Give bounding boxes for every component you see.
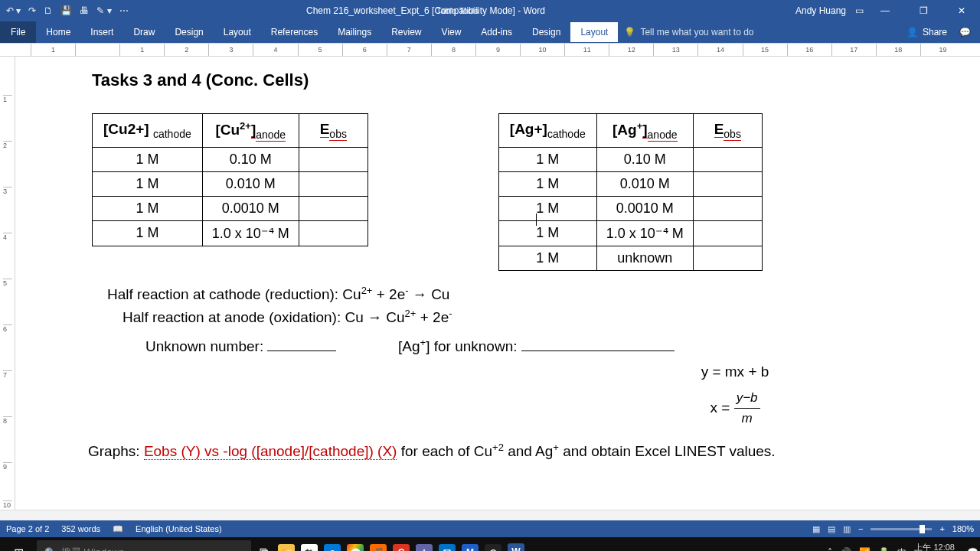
web-layout-icon[interactable]: ▥	[843, 524, 851, 534]
minimize-button[interactable]: —	[868, 0, 902, 21]
tab-addins[interactable]: Add-ins	[471, 22, 522, 42]
document-page[interactable]: Tasks 3 and 4 (Conc. Cells) [Cu2+] catho…	[15, 57, 980, 510]
system-tray: ˄ 🔊 📶 🔋 中 上午 12:082017/5/1 💬	[828, 543, 978, 551]
zoom-out-icon[interactable]: −	[858, 524, 863, 533]
tell-me[interactable]: 💡Tell me what you want to do	[624, 27, 753, 37]
comments-icon[interactable]: 💬	[959, 27, 971, 37]
horizontal-ruler[interactable]: 112 3456 78910 11121314 15161718 19	[0, 43, 980, 57]
tab-mailings[interactable]: Mailings	[328, 22, 381, 42]
restore-button[interactable]: ❐	[906, 0, 940, 21]
zoom-slider[interactable]	[871, 528, 932, 530]
vertical-ruler[interactable]: 12 34 56 78 910	[0, 57, 15, 510]
tab-table-design[interactable]: Design	[522, 22, 570, 42]
app-mail[interactable]: ✉	[436, 537, 458, 551]
app-edge[interactable]: e	[322, 537, 343, 551]
heading: Tasks 3 and 4 (Conc. Cells)	[92, 70, 949, 90]
zoom-in-icon[interactable]: +	[939, 524, 944, 533]
new-icon[interactable]: 🗋	[44, 5, 53, 16]
print-icon[interactable]: 🖶	[80, 5, 89, 16]
status-bar: Page 2 of 2 352 words 📖 English (United …	[0, 520, 980, 537]
app-malwarebytes[interactable]: M	[459, 537, 481, 551]
taskbar: ⊞ 🔍 搜尋 Windows ⧉ 📁 🛍 e ⬤ 🎵 C ✦ ✉ M ◎ W ˄…	[0, 537, 980, 551]
app-store[interactable]: 🛍	[299, 537, 320, 551]
redo-icon[interactable]: ↷	[28, 5, 36, 16]
qat-more-icon[interactable]: ⋯	[119, 5, 129, 16]
tab-layout[interactable]: Layout	[214, 22, 261, 42]
app-word[interactable]: W	[505, 537, 527, 551]
tab-view[interactable]: View	[432, 22, 472, 42]
app-ccleaner[interactable]: C	[390, 537, 412, 551]
spell-check-icon[interactable]: 📖	[113, 524, 123, 534]
bulb-icon: 💡	[624, 27, 635, 37]
share-icon: 👤	[906, 27, 918, 37]
tab-draw[interactable]: Draw	[123, 22, 165, 42]
app-explorer[interactable]: 📁	[276, 537, 297, 551]
document-title: Chem 216_worksheet_Expt_6 [Compatibility…	[306, 5, 545, 16]
print-layout-icon[interactable]: ▤	[828, 524, 835, 534]
zoom-level[interactable]: 180%	[952, 524, 974, 533]
tray-ime-icon[interactable]: 中	[897, 546, 906, 552]
app-music[interactable]: 🎵	[368, 537, 389, 551]
app-obs[interactable]: ◎	[482, 537, 504, 551]
taskbar-clock[interactable]: 上午 12:082017/5/1	[914, 543, 959, 551]
file-tab[interactable]: File	[0, 21, 36, 43]
share-button[interactable]: 👤Share💬	[906, 27, 977, 37]
read-mode-icon[interactable]: ▦	[812, 524, 820, 534]
ag-table[interactable]: [Ag+]cathode [Ag+]anode Eobs 1 M0.10 M 1…	[498, 113, 763, 271]
save-icon[interactable]: 💾	[60, 5, 72, 16]
tab-references[interactable]: References	[261, 22, 328, 42]
undo-icon[interactable]: ↶ ▾	[6, 5, 21, 16]
user-name[interactable]: Andy Huang	[795, 5, 846, 16]
title-bar: ↶ ▾ ↷ 🗋 💾 🖶 ✎ ▾ ⋯ Chem 216_worksheet_Exp…	[0, 0, 980, 21]
taskbar-search[interactable]: 🔍 搜尋 Windows	[37, 540, 251, 551]
cu-table[interactable]: [Cu2+] cathode [Cu2+]anode Eobs 1 M0.10 …	[92, 113, 368, 246]
word-count[interactable]: 352 words	[61, 524, 100, 533]
start-button[interactable]: ⊞	[2, 537, 35, 551]
action-center-icon[interactable]: 💬	[967, 547, 978, 551]
app-teams[interactable]: ✦	[413, 537, 435, 551]
tab-review[interactable]: Review	[381, 22, 431, 42]
text-cursor	[536, 214, 537, 226]
tab-design[interactable]: Design	[165, 22, 213, 42]
tray-expand-icon[interactable]: ˄	[828, 547, 832, 551]
tray-network-icon[interactable]: 🔊	[840, 547, 851, 551]
app-chrome[interactable]: ⬤	[345, 537, 366, 551]
tray-wifi-icon[interactable]: 📶	[859, 547, 871, 551]
language-indicator[interactable]: English (United States)	[136, 524, 222, 533]
tray-battery-icon[interactable]: 🔋	[878, 547, 890, 551]
tab-table-layout[interactable]: Layout	[570, 22, 618, 42]
task-view-icon[interactable]: ⧉	[253, 537, 274, 551]
tab-home[interactable]: Home	[36, 22, 80, 42]
ribbon-options-icon[interactable]: ▭	[855, 5, 864, 16]
touch-icon[interactable]: ✎ ▾	[96, 5, 111, 16]
page-indicator[interactable]: Page 2 of 2	[6, 524, 49, 533]
tab-insert[interactable]: Insert	[80, 22, 123, 42]
ribbon-tabs: File Home Insert Draw Design Layout Refe…	[0, 21, 980, 43]
close-button[interactable]: ✕	[945, 0, 978, 21]
horizontal-scrollbar[interactable]	[0, 510, 980, 520]
contextual-tab-label: Table Tools	[436, 6, 479, 15]
